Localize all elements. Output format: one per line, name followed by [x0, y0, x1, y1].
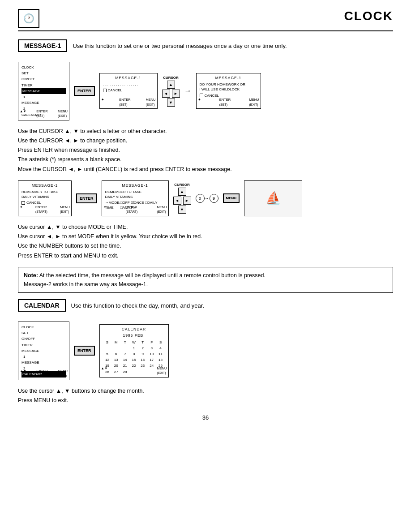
menu-exit-a: MENU(EXIT) [60, 205, 70, 215]
num-btn-9[interactable]: 9 [210, 194, 218, 203]
arrow-3: ENTER [76, 193, 97, 203]
arrows-icon: ▲▼ [20, 109, 26, 119]
instr-1: Use the CURSOR ▲, ▼ to select a letter o… [18, 127, 393, 136]
cal-cell: 9 [138, 351, 147, 357]
enter-button-1[interactable]: ENTER [74, 86, 95, 96]
diagram-row-2: MESSAGE-1 REMEMBER TO TAKE DAILY VITAMIN… [18, 180, 393, 216]
screen-message1-result: MESSAGE-1 DO YOUR HOMEWORK OR I WILL USE… [196, 73, 261, 109]
mode-text1: REMEMBER TO TAKE [105, 189, 165, 194]
cal-header-row: S M T W T F S [103, 339, 165, 345]
message1-section-header: MESSAGE-1 Use this function to set one o… [18, 39, 393, 56]
cal-arrows: ▲▼ [20, 369, 26, 378]
screen-calendar: CALENDAR 1995 FEB. S M T W T F S 1 2 3 4 [99, 324, 169, 378]
cursor-down-1[interactable]: ▼ [167, 99, 175, 107]
cal-cell: 17 [147, 357, 156, 363]
menu-item-onoff: ON/OFF [21, 76, 66, 82]
calendar-desc: Use this function to check the day, mont… [71, 302, 204, 309]
screen-vitamins-1: MESSAGE-1 REMEMBER TO TAKE DAILY VITAMIN… [18, 180, 72, 216]
num-sep: ~ [206, 195, 209, 202]
cancel-label-a: CANCEL [26, 200, 41, 205]
cal-menu-timer: TIMER [21, 342, 66, 348]
cursor-left-2[interactable]: ◄ [173, 197, 181, 205]
cal-cell: 13 [111, 357, 120, 363]
cancel-label-3: CANCEL [205, 93, 219, 98]
cal-cell: 3 [147, 345, 156, 351]
enter-start-b: ENTER(START) [125, 205, 137, 215]
cursor-down-2[interactable]: ▼ [178, 206, 186, 214]
menu-button[interactable]: MENU [223, 193, 240, 203]
vitamins-text1: REMEMBER TO TAKE [21, 189, 68, 194]
enter-button-cal[interactable]: ENTER [74, 346, 95, 356]
message1-label: MESSAGE-1 [18, 39, 67, 52]
arrow-icon-2: ✦ [101, 98, 104, 107]
cursor-lr-row-1: ◄ ► [162, 90, 180, 98]
cal-week-1: 1 2 3 4 [103, 345, 165, 351]
screen-message1-input: MESSAGE-1 ................... CANCEL ✦ E… [99, 73, 158, 109]
cal-cell: 1 [129, 345, 138, 351]
instr-2: Use the CURSOR ◄, ► to change position. [18, 136, 393, 146]
cal-cell: 4 [156, 345, 165, 351]
diagram-row-1: CLOCK SET ON/OFF TIMER MESSAGE 1 MESSAGE… [18, 62, 393, 120]
num-btn-0[interactable]: 0 [196, 194, 205, 203]
screen-cal-menu: CLOCK SET ON/OFF TIMER MESSAGE 1 MESSAGE… [18, 322, 69, 380]
screen1-bottom: ▲▼ ENTER(SET) MENU(EXIT) [20, 109, 68, 119]
cancel-row-3: CANCEL [200, 93, 257, 98]
cursor-buttons-2[interactable]: ▲ ◄ ► ▼ [173, 188, 191, 214]
cal-day-t2: T [138, 339, 147, 345]
cal-cell: 5 [103, 351, 112, 357]
cal-cell: 10 [147, 351, 156, 357]
enter-set-2: ENTER(SET) [119, 98, 130, 107]
cal-year-month: 1995 FEB. [103, 333, 165, 339]
arrow-2: → [184, 87, 192, 95]
cal-day-t1: T [120, 339, 129, 345]
screen-mode-time: MESSAGE-1 REMEMBER TO TAKE DAILY VITAMIN… [102, 180, 169, 216]
cal-day-w: W [129, 339, 138, 345]
number-buttons-group: 0 ~ 9 [196, 194, 218, 203]
cursor-block-2: CURSOR ▲ ◄ ► ▼ [173, 183, 191, 214]
diagram-row-cal: CLOCK SET ON/OFF TIMER MESSAGE 1 MESSAGE… [18, 322, 393, 380]
instr2-2: Use cursor ◄, ► to set MODE when it is y… [18, 232, 393, 241]
instr-5: Move the CURSOR ◄, ► until (CANCEL) is r… [18, 165, 393, 174]
cancel-label-1: CANCEL [108, 88, 122, 93]
second-instructions: Use cursor ▲, ▼ to choose MODE or TIME. … [18, 223, 393, 261]
instr-4: The asterisk (*) represents a blank spac… [18, 155, 393, 164]
menu-item-timer: TIMER [21, 82, 66, 88]
cal-menu-exit: MENU(EXIT) [58, 369, 68, 378]
menu-label: MENU(EXIT) [58, 109, 68, 119]
cal-cell: 11 [156, 351, 165, 357]
cancel-checkbox-a [21, 201, 25, 205]
cal-instr-2: Press MENU to exit. [18, 396, 393, 405]
mode-text2: DAILY VITAMINS [105, 194, 165, 199]
cursor-up-1[interactable]: ▲ [167, 81, 175, 89]
cal-screen-title: CALENDAR [103, 327, 165, 332]
menu-exit-2: MENU(EXIT) [146, 98, 155, 107]
screen3-text2: I WILL USE CHILDLOCK [200, 87, 257, 92]
screen3-bottom: ✦ ENTER(SET) MENU(EXIT) [198, 98, 259, 107]
menu-item-set: SET [21, 70, 66, 76]
cal-menu-message1a: MESSAGE [21, 348, 66, 354]
enter-label: ENTER(SET) [36, 109, 47, 119]
cursor-left-1[interactable]: ◄ [162, 90, 170, 98]
menu-item-message1: MESSAGE [21, 88, 66, 94]
vitamins-title-1: MESSAGE-1 [21, 183, 68, 189]
screen-a-bottom: ✦ ENTER(START) MENU(EXIT) [20, 205, 70, 215]
cal-menu-message2a: MESSAGE [21, 360, 66, 365]
calendar-instructions: Use the cursor ▲, ▼ buttons to change th… [18, 386, 393, 406]
cursor-up-2[interactable]: ▲ [178, 188, 186, 196]
cursor-buttons-1[interactable]: ▲ ◄ ► ▼ [162, 81, 180, 107]
message1-desc: Use this function to set one or two pers… [73, 43, 287, 49]
cal-menu-bottom-label: MENU(EXIT) [157, 366, 167, 376]
arrow-1: ENTER [74, 86, 95, 96]
note-label: Note: [24, 272, 38, 279]
instr2-1: Use cursor ▲, ▼ to choose MODE or TIME. [18, 223, 393, 232]
cursor-right-1[interactable]: ► [172, 90, 180, 98]
cal-cell: 8 [129, 351, 138, 357]
menu-item-1: 1 [21, 94, 66, 100]
cal-day-m: M [111, 339, 120, 345]
cal-cell [120, 345, 129, 351]
cal-cell [103, 345, 112, 351]
clock-icon: 🕐 [18, 9, 39, 28]
enter-button-2[interactable]: ENTER [76, 193, 97, 203]
cal-cell: 6 [111, 351, 120, 357]
cursor-right-2[interactable]: ► [183, 197, 191, 205]
